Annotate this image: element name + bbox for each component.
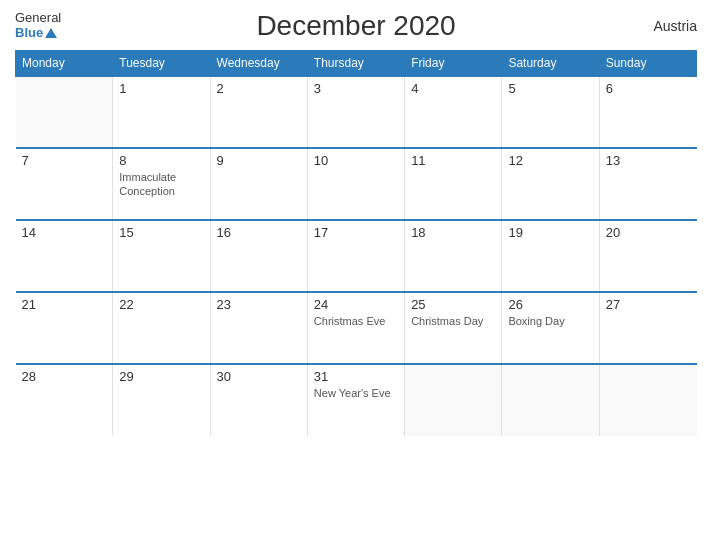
logo-triangle-icon [45, 28, 57, 38]
calendar-cell: 20 [599, 220, 696, 292]
calendar-cell: 31New Year's Eve [307, 364, 404, 436]
calendar-cell: 23 [210, 292, 307, 364]
day-number: 11 [411, 153, 495, 168]
calendar-cell [405, 364, 502, 436]
weekday-header-row: MondayTuesdayWednesdayThursdayFridaySatu… [16, 51, 697, 77]
weekday-saturday: Saturday [502, 51, 599, 77]
day-number: 12 [508, 153, 592, 168]
day-number: 7 [22, 153, 107, 168]
day-number: 6 [606, 81, 691, 96]
weekday-wednesday: Wednesday [210, 51, 307, 77]
month-title: December 2020 [256, 10, 455, 42]
calendar-cell: 1 [113, 76, 210, 148]
day-number: 3 [314, 81, 398, 96]
calendar-cell: 4 [405, 76, 502, 148]
calendar-cell: 15 [113, 220, 210, 292]
day-number: 20 [606, 225, 691, 240]
calendar-cell: 26Boxing Day [502, 292, 599, 364]
calendar-cell: 25Christmas Day [405, 292, 502, 364]
day-number: 18 [411, 225, 495, 240]
day-number: 13 [606, 153, 691, 168]
week-row-4: 28293031New Year's Eve [16, 364, 697, 436]
calendar-cell: 12 [502, 148, 599, 220]
calendar-cell: 21 [16, 292, 113, 364]
calendar-cell [16, 76, 113, 148]
calendar-cell: 24Christmas Eve [307, 292, 404, 364]
day-number: 31 [314, 369, 398, 384]
calendar-cell: 6 [599, 76, 696, 148]
holiday-name: New Year's Eve [314, 386, 398, 400]
calendar-cell: 9 [210, 148, 307, 220]
logo-general-text: General [15, 10, 61, 25]
day-number: 15 [119, 225, 203, 240]
day-number: 23 [217, 297, 301, 312]
holiday-name: Christmas Day [411, 314, 495, 328]
holiday-name: Boxing Day [508, 314, 592, 328]
weekday-tuesday: Tuesday [113, 51, 210, 77]
week-row-3: 21222324Christmas Eve25Christmas Day26Bo… [16, 292, 697, 364]
day-number: 10 [314, 153, 398, 168]
calendar-cell [599, 364, 696, 436]
calendar-header: General Blue December 2020 Austria [15, 10, 697, 42]
logo: General Blue [15, 10, 61, 40]
calendar-cell: 11 [405, 148, 502, 220]
day-number: 29 [119, 369, 203, 384]
day-number: 27 [606, 297, 691, 312]
calendar-cell: 22 [113, 292, 210, 364]
calendar-cell: 14 [16, 220, 113, 292]
calendar-cell: 30 [210, 364, 307, 436]
day-number: 24 [314, 297, 398, 312]
logo-blue-text: Blue [15, 25, 43, 40]
calendar-cell: 5 [502, 76, 599, 148]
day-number: 2 [217, 81, 301, 96]
week-row-2: 14151617181920 [16, 220, 697, 292]
calendar-table: MondayTuesdayWednesdayThursdayFridaySatu… [15, 50, 697, 436]
calendar-cell [502, 364, 599, 436]
calendar-cell: 29 [113, 364, 210, 436]
day-number: 21 [22, 297, 107, 312]
calendar-cell: 13 [599, 148, 696, 220]
holiday-name: Immaculate Conception [119, 170, 203, 199]
week-row-0: 123456 [16, 76, 697, 148]
day-number: 9 [217, 153, 301, 168]
calendar-cell: 17 [307, 220, 404, 292]
weekday-friday: Friday [405, 51, 502, 77]
day-number: 28 [22, 369, 107, 384]
calendar-cell: 8Immaculate Conception [113, 148, 210, 220]
day-number: 8 [119, 153, 203, 168]
calendar-cell: 7 [16, 148, 113, 220]
holiday-name: Christmas Eve [314, 314, 398, 328]
country-label: Austria [653, 18, 697, 34]
calendar-cell: 18 [405, 220, 502, 292]
day-number: 16 [217, 225, 301, 240]
calendar-cell: 19 [502, 220, 599, 292]
calendar-cell: 3 [307, 76, 404, 148]
weekday-sunday: Sunday [599, 51, 696, 77]
day-number: 17 [314, 225, 398, 240]
calendar-cell: 2 [210, 76, 307, 148]
day-number: 30 [217, 369, 301, 384]
calendar-cell: 16 [210, 220, 307, 292]
day-number: 26 [508, 297, 592, 312]
calendar-container: General Blue December 2020 Austria Monda… [0, 0, 712, 550]
day-number: 14 [22, 225, 107, 240]
day-number: 1 [119, 81, 203, 96]
calendar-cell: 28 [16, 364, 113, 436]
day-number: 22 [119, 297, 203, 312]
weekday-thursday: Thursday [307, 51, 404, 77]
day-number: 19 [508, 225, 592, 240]
weekday-monday: Monday [16, 51, 113, 77]
calendar-cell: 10 [307, 148, 404, 220]
day-number: 5 [508, 81, 592, 96]
day-number: 25 [411, 297, 495, 312]
day-number: 4 [411, 81, 495, 96]
calendar-cell: 27 [599, 292, 696, 364]
week-row-1: 78Immaculate Conception910111213 [16, 148, 697, 220]
